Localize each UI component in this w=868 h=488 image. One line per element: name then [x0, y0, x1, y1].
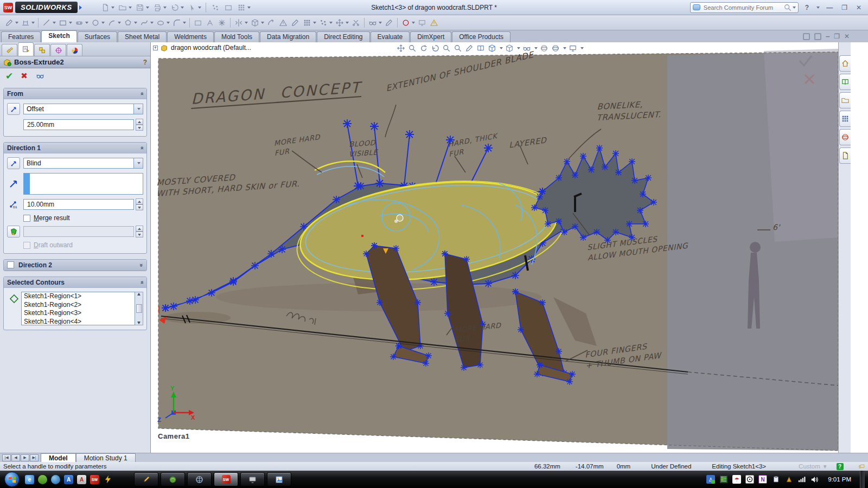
selection-box-button[interactable] [192, 17, 204, 28]
display-style-icon[interactable] [505, 43, 514, 53]
display-manager-tab[interactable] [67, 44, 82, 56]
tab-direct-editing[interactable]: Direct Editing [317, 31, 369, 42]
rotate-view-icon[interactable] [419, 43, 429, 53]
taskbar-app-photos[interactable] [267, 472, 291, 486]
reverse-direction-button[interactable] [7, 103, 20, 115]
from-group-header[interactable]: From» [4, 88, 146, 99]
offset-distance-field[interactable]: 25.00mm [23, 119, 134, 130]
onenote-tray-icon[interactable]: N [758, 475, 767, 484]
hide-show-items-icon[interactable] [522, 43, 532, 53]
view-palette-button[interactable] [839, 111, 851, 127]
polygon-tool-button[interactable] [122, 17, 138, 28]
exit-sketch-button[interactable] [3, 17, 20, 28]
red-a-app-icon[interactable]: A [77, 475, 86, 484]
move-entities-button[interactable] [334, 17, 350, 28]
property-manager-help[interactable]: ? [143, 59, 147, 66]
tab-mold-tools[interactable]: Mold Tools [214, 31, 259, 42]
browser-icon[interactable]: e [25, 475, 34, 484]
taskbar-app-green[interactable] [161, 472, 185, 486]
contours-listbox[interactable]: Sketch1-Region<1> Sketch1-Region<2> Sket… [21, 292, 135, 325]
taskbar-app-network[interactable] [187, 472, 212, 486]
tag-icon[interactable]: 🏷 [859, 463, 865, 470]
direction2-checkbox[interactable] [7, 261, 14, 268]
spark-app-icon[interactable] [103, 475, 112, 484]
search-scope-caret[interactable] [793, 7, 796, 9]
tab-sketch[interactable]: Sketch [41, 30, 76, 42]
selected-contours-header[interactable]: Selected Contours» [4, 277, 146, 288]
options-button[interactable] [235, 2, 252, 13]
filter-wand-icon[interactable] [464, 43, 474, 53]
dropdown-caret-icon[interactable] [133, 104, 143, 114]
spline-tool-button[interactable] [138, 17, 155, 28]
first-tab-icon[interactable]: |◀ [2, 454, 11, 461]
tab-data-migration[interactable]: Data Migration [260, 31, 316, 42]
model-tab[interactable]: Model [41, 453, 76, 463]
collapse-chevron-icon[interactable]: » [138, 92, 145, 95]
solidworks-resources-button[interactable] [839, 55, 851, 72]
network-signal-icon[interactable] [797, 475, 806, 484]
undo-button[interactable] [169, 2, 185, 13]
last-tab-icon[interactable]: ▶| [30, 454, 39, 461]
feature-tree-root[interactable]: + dragon woodcraft (Default... [153, 44, 251, 52]
contour-item[interactable]: Sketch1-Region<3> [22, 309, 135, 318]
smart-dimension-button[interactable] [20, 17, 36, 28]
disc-tray-icon[interactable] [745, 475, 754, 484]
appearance-icon[interactable] [539, 43, 549, 53]
line-tool-button[interactable] [41, 17, 57, 28]
quick-tips-icon[interactable]: ? [837, 463, 844, 470]
direction2-group-header[interactable]: Direction 2 » [4, 260, 146, 271]
view-orientation-icon[interactable] [487, 43, 497, 53]
tree-expand-icon[interactable]: + [153, 46, 158, 50]
tab-sheet-metal[interactable]: Sheet Metal [118, 31, 167, 42]
notes-icon[interactable] [476, 43, 486, 53]
configuration-manager-tab[interactable] [34, 44, 50, 56]
view-settings-icon[interactable] [568, 43, 578, 53]
offset-entities-button[interactable] [265, 17, 277, 28]
solidworks-launcher-icon[interactable]: SW [90, 475, 99, 484]
linear-pattern-button[interactable] [301, 17, 317, 28]
file-explorer-button[interactable] [839, 92, 851, 108]
units-caret-icon[interactable]: ▾ [824, 463, 827, 470]
fillet-tool-button[interactable] [171, 17, 187, 28]
tab-evaluate[interactable]: Evaluate [371, 31, 410, 42]
rectangle-tool-button[interactable] [57, 17, 73, 28]
print-button[interactable] [151, 2, 168, 13]
doc-minimize-button[interactable]: ‒ [826, 33, 829, 40]
community-search[interactable] [690, 2, 799, 13]
draft-button[interactable] [7, 226, 20, 237]
depth-spinner[interactable] [136, 198, 143, 210]
zoom-area-icon[interactable] [453, 43, 463, 53]
circle-tool-button[interactable] [90, 17, 106, 28]
grid-tray-icon[interactable] [719, 475, 728, 484]
document-node-label[interactable]: dragon woodcraft (Default... [171, 44, 251, 52]
contour-item[interactable]: Sketch1-Region<4> [22, 318, 135, 326]
arc-tool-button[interactable] [106, 17, 122, 28]
volume-icon[interactable] [810, 475, 819, 484]
trim-entities-button[interactable] [350, 17, 362, 28]
green-app-icon[interactable] [38, 475, 47, 484]
taskbar-app-paint[interactable] [134, 472, 158, 486]
mirror-entities-button[interactable] [233, 17, 249, 28]
custom-properties-button[interactable] [839, 147, 851, 164]
earth-app-icon[interactable] [51, 475, 60, 484]
feature-manager-tab[interactable] [2, 44, 17, 56]
file-properties-button[interactable] [222, 2, 234, 13]
offset-spinner[interactable] [136, 119, 143, 131]
restore-button[interactable]: ❐ [839, 4, 850, 11]
move-icon[interactable] [396, 43, 406, 53]
ok-button[interactable]: ✔ [5, 70, 13, 82]
rebuild-button[interactable] [209, 2, 221, 13]
collapse-chevron-icon[interactable]: » [138, 146, 145, 149]
instant2d-button[interactable] [400, 17, 416, 28]
help-button[interactable]: ? [803, 4, 811, 11]
antivirus-tray-icon[interactable]: ☂ [732, 475, 741, 484]
next-tab-icon[interactable]: ▶ [21, 454, 29, 461]
contours-scrollbar[interactable] [135, 292, 143, 325]
expand-chevron-icon[interactable]: » [138, 263, 145, 266]
cancel-button[interactable]: ✖ [21, 71, 28, 81]
shaded-contours-button[interactable] [428, 17, 440, 28]
depth-field[interactable]: 10.00mm [23, 199, 134, 210]
motion-study-tab[interactable]: Motion Study 1 [76, 453, 136, 463]
scroll-up-icon[interactable] [137, 293, 141, 296]
reverse-direction1-button[interactable] [7, 157, 20, 169]
